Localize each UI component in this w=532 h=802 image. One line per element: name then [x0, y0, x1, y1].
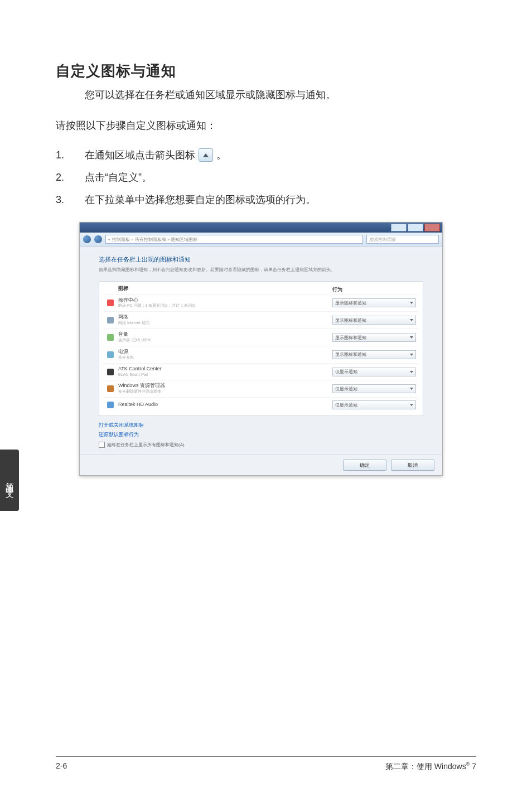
step-1-text-b: 。 — [216, 145, 226, 165]
minimize-button[interactable] — [391, 224, 407, 231]
behavior-select[interactable]: 仅显示通知 — [332, 368, 416, 376]
always-show-checkbox[interactable] — [99, 442, 105, 448]
dialog-subtext: 如果选择隐藏图标和通知，则不会向您通知更改和更新。若要随时查看隐藏的图标，请单击… — [99, 267, 423, 273]
intro-text: 您可以选择在任务栏或通知区域显示或隐藏图标与通知。 — [85, 86, 476, 104]
table-row: 操作中心解决 PC 问题：1 条重要消息，共计 1 条消息 显示图标和通知 — [104, 294, 418, 312]
table-row: 网络网络 Internet 访问 显示图标和通知 — [104, 311, 418, 328]
language-tab: 简体中文 — [0, 450, 19, 511]
network-icon — [107, 317, 114, 323]
dialog-heading: 选择在任务栏上出现的图标和通知 — [99, 255, 423, 264]
atk-icon — [107, 369, 114, 375]
behavior-select[interactable]: 显示图标和通知 — [332, 298, 416, 307]
restore-defaults-link[interactable]: 还原默认图标行为 — [99, 431, 423, 438]
behavior-select[interactable]: 显示图标和通知 — [332, 333, 416, 342]
action-center-icon — [107, 299, 114, 306]
page-number: 2-6 — [56, 761, 67, 772]
search-input[interactable]: 搜索控制面板 — [366, 235, 439, 244]
window-toolbar: « 控制面板 » 所有控制面板项 » 通知区域图标 搜索控制面板 — [80, 233, 442, 247]
window-titlebar — [80, 223, 442, 233]
volume-icon — [107, 334, 114, 341]
behavior-select[interactable]: 仅显示通知 — [332, 384, 416, 393]
table-row: 电源完全充电 显示图标和通知 — [104, 346, 418, 363]
col-header-behavior: 行为 — [332, 286, 416, 293]
behavior-select[interactable]: 显示图标和通知 — [332, 350, 416, 359]
step-1-number: 1. — [56, 145, 85, 165]
table-row: Windows 资源管理器安全删除硬件并弹出媒体 仅显示通知 — [104, 380, 418, 397]
icons-table: 图标 行为 操作中心解决 PC 问题：1 条重要消息，共计 1 条消息 显示图标… — [99, 281, 423, 417]
ok-button[interactable]: 确定 — [343, 460, 386, 471]
explorer-icon — [107, 385, 114, 392]
system-icons-link[interactable]: 打开或关闭系统图标 — [99, 422, 423, 429]
always-show-label: 始终在任务栏上显示所有图标和通知(A) — [107, 442, 185, 448]
maximize-button[interactable] — [408, 224, 423, 231]
step-2-number: 2. — [56, 167, 85, 187]
realtek-icon — [107, 402, 114, 408]
back-button[interactable] — [83, 235, 91, 243]
behavior-select[interactable]: 仅显示通知 — [332, 400, 416, 409]
step-2-text: 点击“自定义”。 — [85, 167, 152, 187]
cancel-button[interactable]: 取消 — [391, 460, 434, 471]
follow-text: 请按照以下步骤自定义图标或通知： — [56, 117, 476, 134]
address-bar[interactable]: « 控制面板 » 所有控制面板项 » 通知区域图标 — [105, 235, 363, 244]
table-row: Realtek HD Audio 仅显示通知 — [104, 397, 418, 412]
step-3-text: 在下拉菜单中选择您想要自定的图标或选项的行为。 — [85, 190, 316, 210]
step-3-number: 3. — [56, 190, 85, 210]
power-icon — [107, 351, 114, 358]
section-heading: 自定义图标与通知 — [56, 61, 476, 81]
col-header-icon: 图标 — [115, 286, 332, 293]
forward-button[interactable] — [94, 235, 102, 243]
behavior-select[interactable]: 显示图标和通知 — [332, 316, 416, 325]
close-button[interactable] — [424, 224, 440, 231]
step-1-text-a: 在通知区域点击箭头图标 — [85, 145, 195, 165]
tray-arrow-icon — [199, 148, 213, 162]
table-row: ATK Control CenterELAN Smart-Pad 仅显示通知 — [104, 363, 418, 380]
table-row: 音量扬声器: 已约 100% 显示图标和通知 — [104, 328, 418, 346]
notification-area-dialog: « 控制面板 » 所有控制面板项 » 通知区域图标 搜索控制面板 选择在任务栏上… — [79, 222, 443, 476]
chapter-label: 第二章：使用 Windows® 7 — [385, 761, 476, 772]
